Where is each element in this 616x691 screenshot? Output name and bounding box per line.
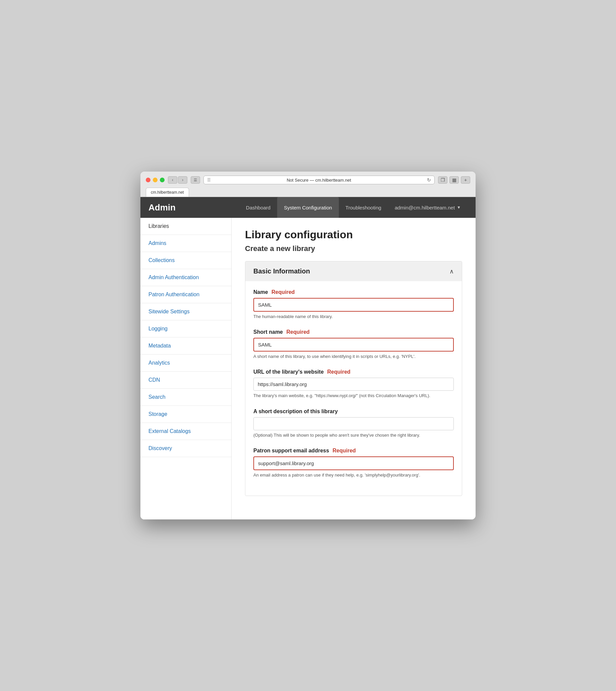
description-input[interactable]: [254, 417, 454, 430]
app-nav: Dashboard System Configuration Troublesh…: [239, 197, 467, 218]
browser-actions: ❐ ▦ +: [438, 176, 470, 184]
sidebar-item-admins[interactable]: Admins: [140, 235, 231, 252]
content-area: Library configuration Create a new libra…: [232, 218, 476, 519]
chevron-down-icon: ▼: [457, 205, 461, 210]
browser-toolbar: ‹ › ☰ ☰ Not Secure — cm.hilbertteam.net …: [146, 176, 470, 184]
description-hint: (Optional) This will be shown to people …: [254, 432, 454, 438]
app-logo: Admin: [149, 202, 176, 213]
close-traffic-light[interactable]: [146, 178, 151, 182]
forward-button[interactable]: ›: [178, 176, 188, 184]
description-form-group: A short description of this library (Opt…: [254, 408, 454, 438]
patron-email-required: Required: [332, 448, 356, 453]
sidebar-item-cdn[interactable]: CDN: [140, 372, 231, 389]
tab-bar: cm.hilbertteam.net: [146, 188, 470, 197]
browser-chrome: ‹ › ☰ ☰ Not Secure — cm.hilbertteam.net …: [140, 172, 476, 197]
minimize-traffic-light[interactable]: [153, 178, 157, 182]
name-form-group: Name Required The human-readable name of…: [254, 289, 454, 320]
active-tab[interactable]: cm.hilbertteam.net: [146, 188, 189, 197]
patron-email-label: Patron support email address Required: [254, 448, 454, 454]
sidebar-item-analytics[interactable]: Analytics: [140, 355, 231, 372]
short-name-form-group: Short name Required A short name of this…: [254, 329, 454, 360]
address-text: Not Secure — cm.hilbertteam.net: [214, 178, 424, 183]
nav-system-configuration[interactable]: System Configuration: [277, 197, 338, 218]
browser-window: ‹ › ☰ ☰ Not Secure — cm.hilbertteam.net …: [140, 172, 476, 519]
nav-user-menu[interactable]: admin@cm.hilbertteam.net ▼: [388, 197, 467, 218]
sidebar-item-sitewide-settings[interactable]: Sitewide Settings: [140, 303, 231, 320]
url-required: Required: [327, 369, 350, 375]
sidebar: Libraries Admins Collections Admin Authe…: [140, 218, 232, 519]
new-tab-button[interactable]: ▦: [449, 176, 459, 184]
sidebar-item-storage[interactable]: Storage: [140, 406, 231, 423]
nav-dashboard[interactable]: Dashboard: [239, 197, 277, 218]
basic-information-title: Basic Information: [254, 267, 310, 275]
sidebar-item-admin-authentication[interactable]: Admin Authentication: [140, 269, 231, 286]
sidebar-item-discovery[interactable]: Discovery: [140, 440, 231, 457]
address-bar[interactable]: ☰ Not Secure — cm.hilbertteam.net ↻: [203, 176, 435, 184]
sidebar-item-external-catalogs[interactable]: External Catalogs: [140, 423, 231, 440]
sidebar-item-collections[interactable]: Collections: [140, 252, 231, 269]
short-name-required: Required: [286, 329, 309, 335]
nav-buttons: ‹ ›: [168, 176, 188, 184]
traffic-lights: [146, 178, 164, 182]
page-title: Library configuration: [245, 228, 462, 241]
back-button[interactable]: ‹: [168, 176, 177, 184]
maximize-traffic-light[interactable]: [160, 178, 164, 182]
short-name-hint: A short name of this library, to use whe…: [254, 354, 454, 360]
short-name-input[interactable]: [254, 338, 454, 352]
sidebar-toggle-button[interactable]: ☰: [191, 176, 200, 184]
description-label: A short description of this library: [254, 408, 454, 415]
nav-troubleshooting[interactable]: Troubleshooting: [339, 197, 388, 218]
basic-information-section: Basic Information ∧ Name Required The hu…: [245, 261, 462, 496]
short-name-label: Short name Required: [254, 329, 454, 335]
basic-information-header[interactable]: Basic Information ∧: [245, 261, 462, 281]
name-required: Required: [271, 289, 294, 295]
share-button[interactable]: ❐: [438, 176, 447, 184]
section-subtitle: Create a new library: [245, 244, 462, 253]
url-input[interactable]: [254, 378, 454, 391]
add-button[interactable]: +: [461, 176, 470, 184]
url-form-group: URL of the library's website Required Th…: [254, 369, 454, 399]
address-bar-menu-icon: ☰: [207, 178, 211, 182]
reload-button[interactable]: ↻: [427, 177, 431, 183]
user-email: admin@cm.hilbertteam.net: [395, 205, 455, 210]
name-input[interactable]: [254, 298, 454, 312]
collapse-icon: ∧: [449, 268, 454, 275]
name-hint: The human-readable name of this library.: [254, 314, 454, 320]
patron-email-form-group: Patron support email address Required An…: [254, 448, 454, 478]
url-hint: The library's main website, e.g. "https:…: [254, 393, 454, 399]
patron-email-input[interactable]: [254, 456, 454, 470]
app-header: Admin Dashboard System Configuration Tro…: [140, 197, 476, 218]
main-layout: Libraries Admins Collections Admin Authe…: [140, 218, 476, 519]
name-label: Name Required: [254, 289, 454, 295]
sidebar-item-libraries[interactable]: Libraries: [140, 218, 231, 235]
sidebar-item-search[interactable]: Search: [140, 389, 231, 406]
sidebar-item-patron-authentication[interactable]: Patron Authentication: [140, 286, 231, 303]
patron-email-hint: An email address a patron can use if the…: [254, 472, 454, 478]
basic-information-body: Name Required The human-readable name of…: [245, 281, 462, 496]
sidebar-item-metadata[interactable]: Metadata: [140, 337, 231, 355]
sidebar-item-logging[interactable]: Logging: [140, 320, 231, 337]
url-label: URL of the library's website Required: [254, 369, 454, 375]
